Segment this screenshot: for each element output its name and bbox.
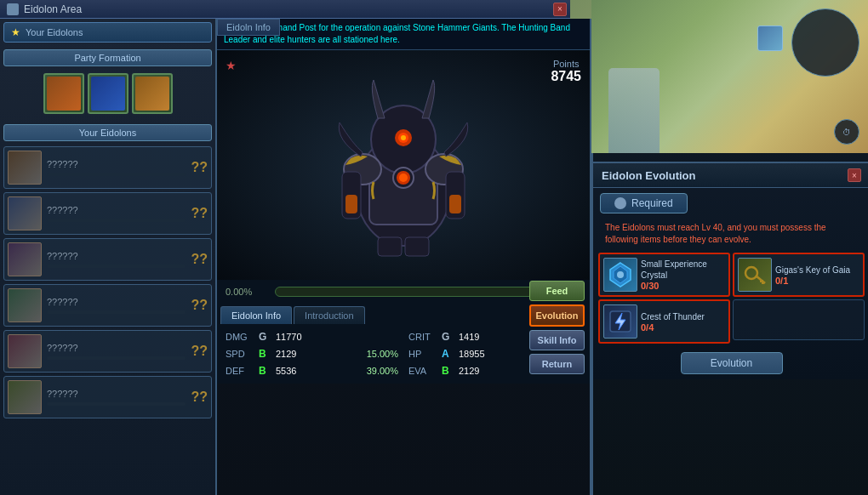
stat-name-def: DEF xyxy=(226,366,255,376)
eidolon-qmarks-2: ?? xyxy=(191,252,208,267)
action-buttons: Feed Evolution Skill Info Return xyxy=(529,281,585,374)
eidolon-qmarks-4: ?? xyxy=(191,344,208,359)
stat-grade-spd: B xyxy=(259,348,272,360)
item-details-0: Small Experience Crystal 0/30 xyxy=(641,259,725,291)
stat-value-spd: 2129 xyxy=(276,349,296,359)
stat-name-spd: SPD xyxy=(226,349,255,359)
stat-percent-spd: 15.00% xyxy=(367,349,398,359)
stat-value-crit: 1419 xyxy=(459,332,479,342)
eidolon-list-item-5[interactable]: ?????? ?? xyxy=(3,376,212,418)
eidolon-thumb-3 xyxy=(8,288,42,322)
svg-rect-10 xyxy=(345,195,357,213)
evolution-close-button[interactable]: × xyxy=(848,168,861,182)
return-button[interactable]: Return xyxy=(529,354,585,374)
xp-percent: 0.00% xyxy=(226,287,268,297)
svg-rect-11 xyxy=(449,195,461,213)
star-icon: ★ xyxy=(11,26,20,38)
item-details-2: Crest of Thunder 0/4 xyxy=(641,311,725,333)
points-value: 8745 xyxy=(551,69,581,84)
eidolon-info-tab[interactable]: Eidoln Info xyxy=(217,19,280,36)
eidolon-name-4: ?????? xyxy=(47,343,186,353)
stat-name-eva: EVA xyxy=(408,366,438,376)
clock-widget: ⏱ xyxy=(834,119,859,145)
eidolons-list: ?????? ?? ?????? ?? ?????? ?? ?????? ?? … xyxy=(0,145,215,459)
evolution-title: Eidolon Evolution xyxy=(602,169,696,182)
eidolon-thumb-1 xyxy=(8,196,42,230)
stat-row-dmg: DMG G 11770 xyxy=(222,329,402,344)
svg-rect-22 xyxy=(760,280,763,282)
your-eidolons-tab[interactable]: ★ Your Eidolons xyxy=(3,22,212,43)
stat-grade-crit: G xyxy=(442,331,455,343)
eidolon-info-5: ?????? xyxy=(47,389,186,406)
evolution-title-bar: Eidolon Evolution × xyxy=(593,163,868,188)
eidolon-bar-5 xyxy=(47,402,186,406)
your-eidolons-label: Your Eidolons xyxy=(26,27,83,37)
item-icon-1 xyxy=(738,258,772,292)
eidolon-list-item-4[interactable]: ?????? ?? xyxy=(3,330,212,373)
eidolon-info-3: ?????? xyxy=(47,297,186,314)
window-close-button[interactable]: × xyxy=(553,3,567,16)
stat-value-eva: 2129 xyxy=(459,366,479,376)
eidolon-figure xyxy=(327,71,480,259)
item-icon-0 xyxy=(603,258,637,292)
stat-name-hp: HP xyxy=(408,349,438,359)
points-label: Points xyxy=(551,59,581,69)
eidolon-list-item-2[interactable]: ?????? ?? xyxy=(3,238,212,281)
eidolon-list-item-3[interactable]: ?????? ?? xyxy=(3,284,212,327)
party-slot-1[interactable] xyxy=(43,73,84,114)
game-char-decoration xyxy=(608,68,660,153)
required-icon xyxy=(614,197,626,209)
eidolon-info-1: ?????? xyxy=(47,205,186,222)
eidolons-list-header: Your Eidolons xyxy=(3,124,212,141)
right-panel: ⏱ Eidolon Evolution × Required The Eidol… xyxy=(591,0,868,495)
tab-introduction[interactable]: Introduction xyxy=(294,306,364,324)
party-slot-2[interactable] xyxy=(88,73,128,114)
eidolon-list-item-0[interactable]: ?????? ?? xyxy=(3,146,212,189)
star-rating: ★ xyxy=(226,59,237,72)
left-panel: ★ Your Eidolons Party Formation Your Eid… xyxy=(0,19,217,495)
evolution-warning: The Eidolons must reach Lv 40, and you m… xyxy=(597,219,866,249)
item-count-2: 0/4 xyxy=(641,322,725,333)
eidolon-list-item-1[interactable]: ?????? ?? xyxy=(3,192,212,235)
eidolon-bar-3 xyxy=(47,310,186,314)
eidolon-qmarks-3: ?? xyxy=(191,298,208,313)
required-item-empty xyxy=(733,299,865,340)
required-items-grid: Small Experience Crystal 0/30 Gigas's Ke… xyxy=(593,249,868,347)
eidolon-svg xyxy=(327,71,480,259)
eidolon-thumb-4 xyxy=(8,334,42,368)
evolution-button[interactable]: Evolution xyxy=(529,304,585,327)
required-item-0: Small Experience Crystal 0/30 xyxy=(598,253,730,297)
stat-grade-eva: B xyxy=(442,365,455,377)
eidolon-thumb-5 xyxy=(8,380,42,414)
stat-percent-def: 39.00% xyxy=(367,366,398,376)
stat-name-crit: CRIT xyxy=(408,332,438,342)
eidolon-name-0: ?????? xyxy=(47,159,186,169)
mini-map xyxy=(791,9,859,77)
required-item-2: Crest of Thunder 0/4 xyxy=(598,299,730,344)
skill-info-button[interactable]: Skill Info xyxy=(529,330,585,350)
eidolon-qmarks-1: ?? xyxy=(191,206,208,221)
party-slot-icon-3 xyxy=(135,77,169,111)
required-label: Required xyxy=(631,197,673,209)
eidolon-thumb-0 xyxy=(8,151,42,185)
xp-bar xyxy=(275,287,553,297)
game-screenshot-bg: ⏱ xyxy=(591,0,868,153)
required-item-1: Gigas's Key of Gaia 0/1 xyxy=(733,253,865,297)
evolution-bottom-button[interactable]: Evolution xyxy=(681,352,783,374)
svg-point-5 xyxy=(401,135,406,140)
item-name-2: Crest of Thunder xyxy=(641,311,725,322)
window-title-bar: Eidolon Area × xyxy=(0,0,570,19)
tab-eidolon-info[interactable]: Eidolon Info xyxy=(220,306,292,324)
eidolon-qmarks-0: ?? xyxy=(191,160,208,175)
item-icon-2 xyxy=(603,304,637,339)
required-button[interactable]: Required xyxy=(600,193,688,213)
svg-point-19 xyxy=(617,271,624,278)
item-name-1: Gigas's Key of Gaia xyxy=(775,265,859,276)
feed-button[interactable]: Feed xyxy=(529,281,585,301)
item-count-1: 0/1 xyxy=(775,276,859,286)
svg-rect-23 xyxy=(762,282,764,284)
item-details-1: Gigas's Key of Gaia 0/1 xyxy=(775,265,859,286)
party-slot-3[interactable] xyxy=(132,73,173,114)
points-display: Points 8745 xyxy=(551,59,581,84)
stat-grade-def: B xyxy=(259,365,272,377)
